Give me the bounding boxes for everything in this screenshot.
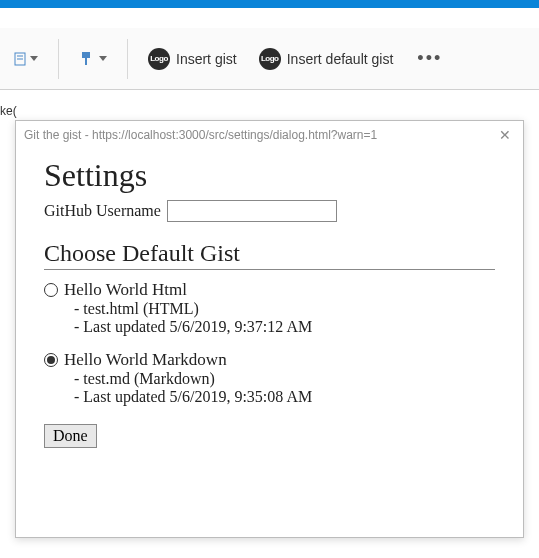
gist-option-label: Hello World Html bbox=[64, 280, 187, 300]
gist-option-file: - test.html (HTML) bbox=[44, 300, 495, 318]
logo-icon: Logo bbox=[148, 48, 170, 70]
settings-dialog: Git the gist - https://localhost:3000/sr… bbox=[15, 120, 524, 538]
gist-option-label: Hello World Markdown bbox=[64, 350, 227, 370]
insert-default-gist-label: Insert default gist bbox=[287, 51, 394, 67]
dialog-titlebar: Git the gist - https://localhost:3000/sr… bbox=[16, 121, 523, 149]
settings-heading: Settings bbox=[44, 157, 495, 194]
insert-gist-button[interactable]: Logo Insert gist bbox=[140, 44, 245, 74]
gist-radio[interactable] bbox=[44, 353, 58, 367]
ribbon-separator bbox=[127, 39, 128, 79]
gist-radio[interactable] bbox=[44, 283, 58, 297]
chevron-down-icon bbox=[30, 56, 38, 61]
username-label: GitHub Username bbox=[44, 202, 161, 220]
more-options-button[interactable]: ••• bbox=[407, 48, 452, 69]
format-painter-button[interactable] bbox=[71, 46, 115, 72]
gist-option: Hello World Html - test.html (HTML) - La… bbox=[44, 280, 495, 336]
dialog-title: Git the gist - https://localhost:3000/sr… bbox=[24, 128, 377, 142]
background-text-fragment: ke( bbox=[0, 104, 17, 118]
gist-option-updated: - Last updated 5/6/2019, 9:35:08 AM bbox=[44, 388, 495, 406]
brush-icon bbox=[79, 50, 97, 68]
divider bbox=[44, 269, 495, 270]
choose-default-heading: Choose Default Gist bbox=[44, 240, 495, 267]
ribbon-separator bbox=[58, 39, 59, 79]
gist-option-file: - test.md (Markdown) bbox=[44, 370, 495, 388]
svg-rect-4 bbox=[85, 58, 87, 65]
insert-default-gist-button[interactable]: Logo Insert default gist bbox=[251, 44, 402, 74]
dialog-body: Settings GitHub Username Choose Default … bbox=[16, 149, 523, 468]
close-icon[interactable]: ✕ bbox=[495, 127, 515, 143]
ribbon-dropdown-button[interactable] bbox=[6, 48, 46, 70]
gist-option-updated: - Last updated 5/6/2019, 9:37:12 AM bbox=[44, 318, 495, 336]
logo-icon: Logo bbox=[259, 48, 281, 70]
page-icon bbox=[14, 52, 28, 66]
svg-rect-3 bbox=[82, 52, 90, 58]
chevron-down-icon bbox=[99, 56, 107, 61]
gist-option: Hello World Markdown - test.md (Markdown… bbox=[44, 350, 495, 406]
done-button[interactable]: Done bbox=[44, 424, 97, 448]
insert-gist-label: Insert gist bbox=[176, 51, 237, 67]
ribbon-toolbar: Logo Insert gist Logo Insert default gis… bbox=[0, 28, 539, 90]
window-accent-bar bbox=[0, 0, 539, 8]
username-input[interactable] bbox=[167, 200, 337, 222]
username-field-row: GitHub Username bbox=[44, 200, 495, 222]
